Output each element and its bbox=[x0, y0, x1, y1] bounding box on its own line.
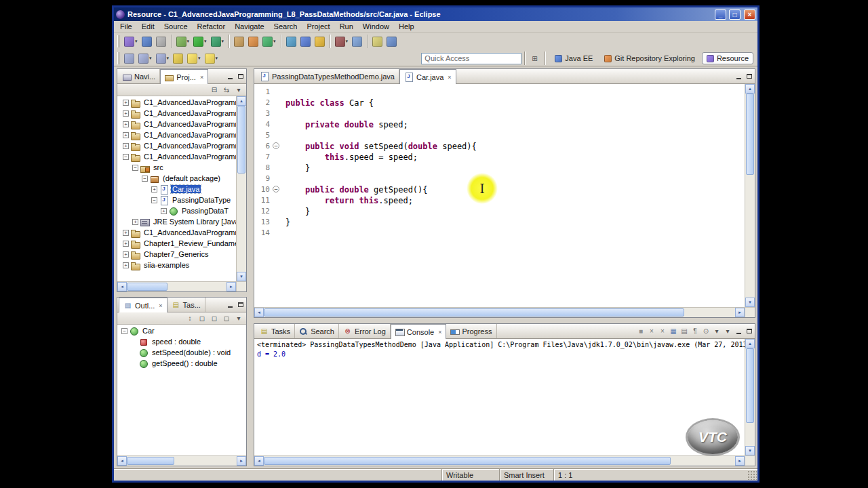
menu-run[interactable]: Run bbox=[335, 22, 358, 31]
tree-item[interactable]: −PassingDataType bbox=[117, 195, 236, 205]
quick-access-input[interactable] bbox=[421, 53, 521, 64]
view-menu-icon[interactable]: ▾ bbox=[233, 313, 244, 323]
code-line[interactable]: 8 } bbox=[254, 163, 745, 174]
tree-item[interactable]: setSpeed(double) : void bbox=[117, 347, 246, 358]
editor-hscrollbar[interactable] bbox=[254, 307, 745, 317]
perspective-java-ee[interactable]: Java EE bbox=[550, 52, 597, 64]
coverage-icon[interactable]: ▾ bbox=[333, 34, 351, 49]
close-tab-icon[interactable]: × bbox=[438, 329, 441, 336]
minimize-view-icon[interactable] bbox=[733, 69, 744, 83]
pin-editor-icon[interactable] bbox=[122, 51, 136, 66]
print-icon[interactable] bbox=[154, 34, 168, 49]
scroll-up-icon[interactable] bbox=[237, 96, 246, 106]
navigator-hscrollbar[interactable] bbox=[117, 281, 236, 291]
code-line[interactable]: 10− public double getSpeed(){ bbox=[254, 184, 745, 195]
console-hscrollbar[interactable] bbox=[254, 455, 745, 466]
remove-launch-icon[interactable]: × bbox=[646, 326, 657, 336]
menu-source[interactable]: Source bbox=[159, 22, 193, 31]
scroll-up-icon[interactable] bbox=[745, 84, 755, 94]
code-line[interactable]: 5 bbox=[254, 130, 745, 141]
menu-help[interactable]: Help bbox=[394, 22, 419, 31]
tree-item[interactable]: +Car.java bbox=[117, 184, 236, 195]
expand-icon[interactable]: + bbox=[123, 230, 129, 236]
expand-icon[interactable]: + bbox=[161, 208, 167, 214]
word-wrap-icon[interactable]: ¶ bbox=[690, 326, 701, 336]
menu-window[interactable]: Window bbox=[358, 22, 394, 31]
menu-edit[interactable]: Edit bbox=[137, 22, 159, 31]
tab-navi[interactable]: Navi... bbox=[119, 69, 160, 83]
tab-proj[interactable]: Proj...× bbox=[160, 69, 208, 84]
hide-static-members-icon[interactable]: ◻ bbox=[209, 313, 220, 323]
tab-passingdatatypesmethoddemo-java[interactable]: PassingDataTypesMethodDemo.java bbox=[256, 69, 399, 83]
expand-icon[interactable]: + bbox=[123, 143, 129, 149]
forward-icon[interactable]: ▾ bbox=[203, 51, 220, 66]
tree-item[interactable]: +JRE System Library [Java bbox=[117, 216, 236, 227]
maximize-view-icon[interactable] bbox=[744, 69, 755, 83]
perspective-resource[interactable]: Resource bbox=[702, 52, 753, 64]
tab-progress[interactable]: Progress bbox=[446, 324, 496, 338]
code-line[interactable]: 7 this.speed = speed; bbox=[254, 152, 745, 163]
last-edit-location-icon[interactable] bbox=[171, 51, 185, 66]
perspective-git-repository-exploring[interactable]: Git Repository Exploring bbox=[599, 52, 700, 64]
open-perspective-icon[interactable]: ⊞ bbox=[529, 54, 540, 64]
back-icon[interactable]: ▾ bbox=[185, 51, 203, 66]
debug-icon[interactable]: ▾ bbox=[174, 34, 192, 49]
tab-tasks[interactable]: Tasks bbox=[256, 324, 295, 338]
toolbar-grip[interactable] bbox=[117, 52, 119, 64]
menu-navigate[interactable]: Navigate bbox=[230, 22, 269, 31]
maximize-view-icon[interactable] bbox=[744, 324, 755, 338]
scroll-right-icon[interactable] bbox=[735, 308, 745, 317]
expand-icon[interactable]: + bbox=[151, 186, 157, 192]
scroll-left-icon[interactable] bbox=[117, 456, 127, 466]
console-view-icon[interactable] bbox=[384, 34, 399, 49]
scroll-thumb[interactable] bbox=[746, 348, 754, 423]
new-java-class-icon[interactable]: ▾ bbox=[260, 34, 278, 49]
tree-item[interactable]: +C1_AdvancedJavaProgramm bbox=[117, 108, 236, 119]
code-line[interactable]: 13} bbox=[254, 217, 745, 228]
save-icon[interactable] bbox=[140, 34, 154, 49]
expand-icon[interactable]: + bbox=[123, 262, 129, 268]
collapse-icon[interactable]: − bbox=[123, 154, 129, 160]
tree-item[interactable]: +C1_AdvancedJavaProgramm bbox=[117, 140, 236, 151]
code-line[interactable]: 12 } bbox=[254, 206, 745, 217]
code-area[interactable]: 12public class Car {34 private double sp… bbox=[254, 84, 745, 307]
maximize-view-icon[interactable] bbox=[235, 298, 246, 312]
outline-hscrollbar[interactable] bbox=[117, 455, 246, 466]
tab-search[interactable]: Search bbox=[295, 324, 339, 338]
new-java-project-icon[interactable] bbox=[232, 34, 246, 49]
tree-item[interactable]: +C1_AdvancedJavaProgramm bbox=[117, 227, 236, 238]
close-tab-icon[interactable]: × bbox=[200, 74, 203, 81]
menu-project[interactable]: Project bbox=[302, 22, 334, 31]
tab-car-java[interactable]: Car.java× bbox=[399, 69, 456, 84]
java-search-icon[interactable] bbox=[298, 34, 313, 49]
fold-collapse-icon[interactable]: − bbox=[272, 184, 282, 195]
hide-non-public-members-icon[interactable]: ◻ bbox=[221, 313, 232, 323]
maximize-button[interactable]: □ bbox=[729, 9, 741, 20]
collapse-icon[interactable]: − bbox=[151, 197, 157, 203]
code-line[interactable]: 4 private double speed; bbox=[254, 119, 745, 130]
scroll-thumb[interactable] bbox=[127, 283, 167, 291]
view-menu-icon[interactable]: ▾ bbox=[233, 85, 244, 95]
expand-icon[interactable]: + bbox=[123, 132, 129, 138]
tree-item[interactable]: +C1_AdvancedJavaProgramm bbox=[117, 129, 236, 140]
close-button[interactable]: × bbox=[744, 9, 755, 20]
scroll-thumb[interactable] bbox=[746, 94, 754, 175]
menu-file[interactable]: File bbox=[115, 22, 137, 31]
menu-search[interactable]: Search bbox=[269, 22, 302, 31]
clear-console-icon[interactable]: ▦ bbox=[668, 326, 679, 336]
expand-icon[interactable]: + bbox=[123, 100, 129, 106]
scroll-left-icon[interactable] bbox=[117, 282, 127, 291]
previous-annotation-icon[interactable]: ▾ bbox=[154, 51, 172, 66]
fold-collapse-icon[interactable]: − bbox=[272, 141, 282, 152]
scroll-left-icon[interactable] bbox=[254, 308, 264, 317]
sort-icon[interactable]: ↕ bbox=[184, 313, 195, 323]
tree-item[interactable]: −src bbox=[117, 162, 236, 173]
tab-console[interactable]: Console× bbox=[391, 324, 447, 339]
collapse-all-icon[interactable]: ⊟ bbox=[209, 85, 220, 95]
scroll-thumb[interactable] bbox=[264, 308, 684, 317]
toolbar-grip[interactable] bbox=[117, 35, 119, 47]
console-vscrollbar[interactable] bbox=[745, 339, 755, 455]
collapse-icon[interactable]: − bbox=[132, 165, 138, 171]
code-line[interactable]: 6− public void setSpeed(double speed){ bbox=[254, 141, 745, 152]
resize-grip[interactable] bbox=[747, 470, 757, 480]
